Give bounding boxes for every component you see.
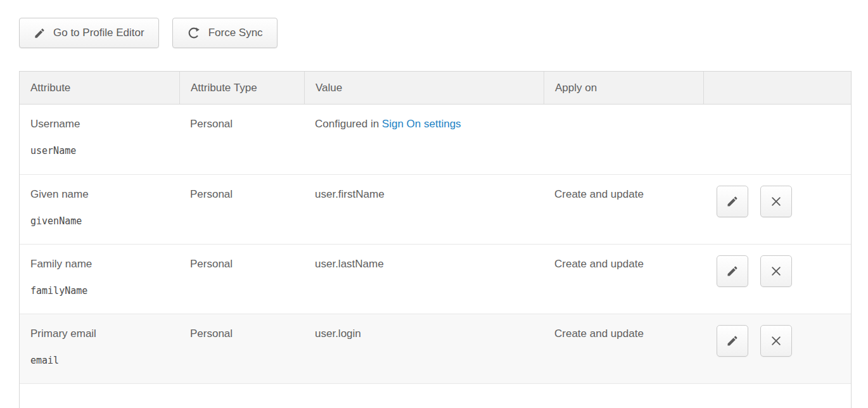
table-row: Given name givenName Personal user.first… (20, 174, 851, 244)
column-header-attribute: Attribute (20, 72, 179, 104)
column-header-attribute-type: Attribute Type (179, 72, 304, 104)
attribute-cell: Given name givenName (20, 175, 179, 244)
attribute-variable-name: givenName (30, 215, 169, 227)
attribute-type-cell: Personal (179, 245, 304, 314)
attribute-label: Family name (30, 258, 169, 271)
delete-attribute-button[interactable] (760, 325, 792, 357)
attribute-variable-name: userName (30, 145, 169, 156)
column-header-value: Value (304, 72, 544, 104)
value-cell: user.lastName (304, 245, 544, 314)
x-icon (770, 265, 782, 277)
attribute-cell: Primary email email (20, 314, 179, 383)
value-cell: Configured in Sign On settings (304, 105, 544, 174)
attribute-type-cell: Personal (179, 314, 304, 383)
x-icon (770, 335, 782, 347)
force-sync-button[interactable]: Force Sync (172, 18, 278, 48)
attribute-label: Given name (30, 188, 169, 201)
value-cell: user.firstName (304, 175, 544, 244)
toolbar: Go to Profile Editor Force Sync (0, 0, 868, 48)
pencil-icon (726, 195, 739, 208)
attribute-type-cell: Personal (179, 105, 304, 174)
value-text: Configured in (315, 118, 379, 130)
attribute-label: Primary email (30, 328, 169, 340)
table-row: Primary email email Personal user.login … (20, 314, 851, 383)
attribute-variable-name: email (30, 355, 169, 366)
pencil-icon (726, 335, 739, 347)
attribute-cell: Username userName (20, 105, 179, 174)
delete-attribute-button[interactable] (760, 255, 792, 287)
column-header-apply-on: Apply on (544, 72, 703, 104)
apply-on-cell: Create and update (544, 245, 703, 314)
sign-on-settings-link[interactable]: Sign On settings (382, 118, 461, 130)
table-row-partial (20, 383, 851, 408)
delete-attribute-button[interactable] (760, 186, 792, 217)
go-to-profile-editor-button[interactable]: Go to Profile Editor (19, 18, 159, 48)
refresh-icon (187, 26, 201, 40)
actions-cell (703, 175, 851, 244)
attribute-cell: Family name familyName (20, 245, 179, 314)
force-sync-label: Force Sync (208, 27, 263, 39)
actions-cell (703, 245, 851, 314)
actions-cell (703, 105, 851, 174)
column-header-actions (703, 72, 851, 104)
table-row: Family name familyName Personal user.las… (20, 244, 851, 314)
apply-on-cell: Create and update (544, 314, 703, 383)
edit-attribute-button[interactable] (717, 255, 748, 287)
edit-attribute-button[interactable] (717, 186, 748, 217)
table-row: Username userName Personal Configured in… (20, 105, 851, 174)
value-cell: user.login (304, 314, 544, 383)
x-icon (770, 195, 782, 208)
actions-cell (703, 314, 851, 383)
pencil-icon (34, 27, 46, 39)
attribute-mapping-table: Attribute Attribute Type Value Apply on … (19, 71, 852, 408)
edit-attribute-button[interactable] (717, 325, 748, 357)
attribute-type-cell: Personal (179, 175, 304, 244)
attribute-variable-name: familyName (30, 285, 169, 296)
pencil-icon (726, 265, 739, 277)
table-header: Attribute Attribute Type Value Apply on (20, 72, 851, 105)
attribute-label: Username (30, 118, 169, 131)
apply-on-cell: Create and update (544, 175, 703, 244)
apply-on-cell (544, 105, 703, 174)
go-to-profile-editor-label: Go to Profile Editor (53, 27, 144, 39)
